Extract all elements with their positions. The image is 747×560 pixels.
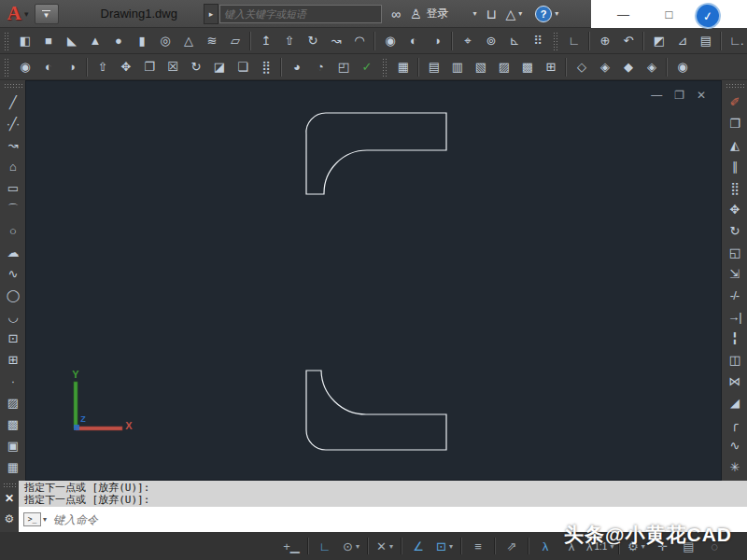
intersect-small-icon[interactable]: ◑ [60, 55, 83, 78]
union-icon[interactable]: ◉ [378, 29, 402, 52]
polar-tracking-caret-icon[interactable]: ▾ [356, 542, 359, 551]
view-right-icon[interactable]: ▨ [492, 55, 515, 78]
toolbar-grip[interactable] [4, 32, 9, 50]
toolbar-grip[interactable] [4, 58, 9, 77]
arc-icon[interactable]: ⌒ [1, 199, 24, 220]
command-window-close-icon[interactable]: ✕ [5, 492, 14, 505]
sign-in-label[interactable]: 登录 [426, 6, 448, 21]
taper-faces-icon[interactable]: ◪ [207, 55, 231, 78]
rectangle-icon[interactable]: ▭ [1, 177, 24, 199]
sphere-icon[interactable]: ● [106, 29, 130, 52]
offset-icon[interactable]: ∥ [723, 156, 746, 177]
drawing-restore-button[interactable]: ❐ [674, 89, 684, 102]
move-icon[interactable]: ✥ [723, 199, 746, 220]
blend-curves-icon[interactable]: ∿ [723, 435, 746, 456]
view-nw-iso-icon[interactable]: ◈ [640, 55, 663, 78]
ellipse-arc-icon[interactable]: ◡ [1, 306, 24, 328]
revision-cloud-icon[interactable]: ☁ [1, 242, 24, 263]
extrude-faces-icon[interactable]: ⇧ [91, 55, 114, 78]
gradient-icon[interactable]: ▩ [1, 413, 24, 435]
command-prompt-caret-icon[interactable]: ▾ [43, 515, 47, 524]
multiline-text-icon[interactable]: A [1, 478, 24, 481]
app-menu-caret-icon[interactable]: ▾ [24, 9, 29, 19]
extract-edges-icon[interactable]: ⊾ [502, 29, 526, 52]
command-prompt-icon[interactable]: >_ [23, 512, 41, 526]
drawing-canvas[interactable]: — ❐ ✕ Y X Z [25, 80, 722, 481]
ucs-object-icon[interactable]: ⊿ [670, 29, 694, 52]
dynamic-input-caret-icon[interactable]: ▾ [449, 542, 453, 551]
explode-icon[interactable]: ✳ [723, 456, 746, 478]
grid-snap-icon[interactable]: +▁ [278, 535, 304, 557]
lineweight-icon[interactable]: ≡ [465, 535, 491, 557]
box-icon[interactable]: ■ [36, 29, 60, 52]
copy-icon[interactable]: ❐ [723, 113, 746, 134]
object-snap-tracking-icon[interactable]: ✕▾ [372, 535, 398, 557]
delete-faces-icon[interactable]: ☒ [161, 55, 184, 78]
pyramid-icon[interactable]: △ [176, 29, 200, 52]
planar-surface-icon[interactable]: ▱ [223, 29, 247, 52]
insert-block-icon[interactable]: ⊡ [1, 328, 24, 349]
help-search-input[interactable] [220, 8, 381, 20]
exchange-store-cart-icon[interactable]: ⊔ [486, 7, 496, 21]
ucs-origin-icon[interactable]: ∟. [725, 29, 747, 52]
render-presets-icon[interactable]: ▦ [391, 55, 415, 78]
minimize-button[interactable]: — [610, 7, 638, 21]
view-left-icon[interactable]: ▧ [469, 55, 492, 78]
stretch-icon[interactable]: ⇲ [723, 263, 746, 285]
exchange-caret-icon[interactable]: ▾ [518, 9, 522, 18]
subtract-icon[interactable]: ◐ [402, 29, 425, 52]
view-se-iso-icon[interactable]: ◈ [593, 55, 616, 78]
drawing-polyline-top[interactable] [306, 113, 446, 194]
extend-icon[interactable]: →| [723, 306, 746, 328]
3d-array-icon[interactable]: ⠿ [526, 29, 549, 52]
camera-icon[interactable]: ◉ [670, 55, 694, 78]
view-top-icon[interactable]: ▤ [422, 55, 445, 78]
array-icon[interactable]: ⣿ [723, 177, 746, 199]
3d-rotate-icon[interactable]: ⊚ [479, 29, 502, 52]
polar-tracking-icon[interactable]: ⊙▾ [338, 535, 364, 557]
rotate-faces-icon[interactable]: ↻ [184, 55, 207, 78]
help-caret-icon[interactable]: ▾ [555, 9, 558, 18]
toolbar-grip[interactable] [726, 83, 744, 89]
command-window-customize-icon[interactable]: ⚙ [5, 512, 15, 525]
drawing-minimize-button[interactable]: — [651, 89, 662, 102]
3d-move-icon[interactable]: ⌖ [456, 29, 479, 52]
create-block-icon[interactable]: ⊞ [1, 349, 24, 371]
union-small-icon[interactable]: ◉ [13, 55, 36, 78]
line-icon[interactable]: ╱ [1, 91, 24, 113]
ortho-mode-icon[interactable]: ∟ [312, 535, 338, 557]
view-front-icon[interactable]: ▩ [515, 55, 539, 78]
drawing-tab[interactable]: Drawing1.dwg [101, 7, 177, 21]
shell-icon[interactable]: ◰ [331, 55, 355, 78]
object-snap-icon[interactable]: ∠ [405, 535, 431, 557]
check-solid-icon[interactable]: ✓ [355, 55, 378, 78]
ucs-icon[interactable]: ∟ [562, 29, 585, 52]
maximize-button[interactable]: □ [655, 7, 684, 21]
search-binoculars-icon[interactable]: ∞ [391, 7, 401, 21]
rotate-icon[interactable]: ↻ [723, 220, 746, 242]
break-icon[interactable]: ◫ [723, 349, 746, 371]
view-sw-iso-icon[interactable]: ◇ [570, 55, 593, 78]
quick-access-customize-button[interactable]: ▾ [35, 4, 59, 24]
wedge-icon[interactable]: ◣ [60, 29, 83, 52]
ellipse-icon[interactable]: ◯ [1, 285, 24, 306]
scale-icon[interactable]: ◱ [723, 242, 746, 263]
autodesk-exchange-icon[interactable]: △ [505, 7, 515, 21]
sign-in-caret-icon[interactable]: ▾ [472, 9, 476, 18]
table-icon[interactable]: ▦ [1, 456, 24, 478]
region-icon[interactable]: ▣ [1, 435, 24, 456]
cylinder-icon[interactable]: ▮ [130, 29, 153, 52]
helix-icon[interactable]: ≋ [200, 29, 223, 52]
subtract-small-icon[interactable]: ◐ [36, 55, 60, 78]
annotation-visibility-icon[interactable]: λ [532, 535, 558, 557]
ucs-world-icon[interactable]: ⊕ [593, 29, 616, 52]
help-search-box[interactable] [219, 5, 382, 23]
spline-icon[interactable]: ∿ [1, 263, 24, 285]
circle-icon[interactable]: ○ [1, 220, 24, 242]
break-at-point-icon[interactable]: ╏ [723, 328, 746, 349]
point-icon[interactable]: ∙ [1, 371, 24, 392]
view-back-icon[interactable]: ⊞ [539, 55, 562, 78]
construction-line-icon[interactable]: ·╱· [1, 113, 24, 134]
search-history-arrow-icon[interactable]: ▸ [204, 4, 218, 24]
ucs-face-icon[interactable]: ◩ [647, 29, 670, 52]
